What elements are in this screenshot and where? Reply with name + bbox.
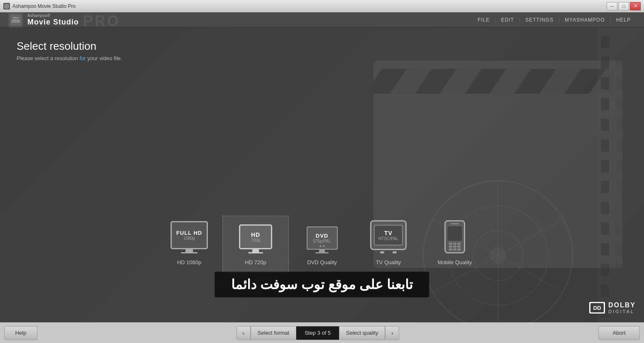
tv-monitor-shape: TV NTSC/PAL <box>370 220 407 250</box>
nav-prev-button[interactable]: ‹ <box>237 326 251 340</box>
logo-icon: PRO <box>8 12 23 27</box>
svg-rect-47 <box>616 202 641 214</box>
tv-resolution-label: TV Quality <box>376 259 401 265</box>
svg-marker-13 <box>515 69 556 94</box>
hd-base <box>248 252 263 253</box>
tv-screen-inner: TV NTSC/PAL <box>374 225 403 246</box>
svg-marker-11 <box>465 69 506 94</box>
menu-settings[interactable]: SETTINGS <box>520 17 559 23</box>
svg-rect-35 <box>601 243 609 255</box>
minimize-button[interactable]: ─ <box>607 2 617 10</box>
fullhd-label-sub: 1080p <box>183 236 195 241</box>
resolution-mobile[interactable]: Mobile Quality <box>422 212 488 272</box>
dvd-resolution-label: DVD Quality <box>307 259 337 265</box>
fullhd-monitor-shape: FULL HD 1080p <box>171 221 208 249</box>
svg-point-20 <box>490 247 506 264</box>
tv-icon: TV NTSC/PAL <box>370 220 407 253</box>
nav-select-quality-button[interactable]: Select quality <box>339 326 385 340</box>
page-title-area: Select resolution Please select a resolu… <box>17 40 122 61</box>
maximize-button[interactable]: □ <box>618 2 629 10</box>
svg-marker-8 <box>390 69 432 94</box>
mobile-keypad <box>449 243 461 251</box>
svg-rect-24 <box>598 27 644 322</box>
menu-myashampoo[interactable]: MYASHAMPOO <box>560 17 610 23</box>
window-controls: ─ □ ✕ <box>607 2 641 10</box>
tv-foot-right <box>393 251 397 253</box>
app-icon <box>3 3 10 10</box>
title-bar: Ashampoo Movie Studio Pro ─ □ ✕ <box>0 0 644 12</box>
dvd-icon: DVD 576p/PAL <box>307 226 338 253</box>
mobile-key-7 <box>449 248 452 251</box>
hd-monitor-shape: HD 720p <box>239 224 272 249</box>
svg-rect-26 <box>601 56 609 69</box>
svg-rect-25 <box>601 36 609 48</box>
fullhd-stand <box>185 249 193 252</box>
menu-bar: PRO Ashampoo® Movie Studio PRO FILE | ED… <box>0 12 644 27</box>
mobile-key-1 <box>449 243 452 245</box>
svg-rect-43 <box>616 119 641 131</box>
menu-items: FILE | EDIT | SETTINGS | MYASHAMPOO | HE… <box>473 17 636 23</box>
mobile-shape <box>444 220 465 253</box>
menu-file[interactable]: FILE <box>473 17 495 23</box>
resolution-hd[interactable]: HD 720p HD 720p <box>222 216 289 272</box>
mobile-key-8 <box>453 248 456 251</box>
help-button[interactable]: Help <box>4 326 37 340</box>
svg-text:DD: DD <box>593 305 601 311</box>
logo-ashampoo: Ashampoo® <box>27 13 79 18</box>
nav-select-format-button[interactable]: Select format <box>251 326 297 340</box>
svg-rect-30 <box>601 139 609 152</box>
bottom-bar: Help ‹ Select format Step 3 of 5 Select … <box>0 322 644 343</box>
dvd-base <box>315 252 329 253</box>
tv-label-sub: NTSC/PAL <box>378 236 398 241</box>
dvd-btn-1 <box>320 245 322 247</box>
hd-label-main: HD <box>251 231 260 238</box>
page-subtitle: Please select a resolution for your vide… <box>17 55 122 61</box>
svg-marker-16 <box>589 69 614 94</box>
logo-area: PRO Ashampoo® Movie Studio <box>8 12 79 27</box>
fullhd-icon: FULL HD 1080p <box>171 221 208 253</box>
svg-rect-40 <box>616 56 641 69</box>
mobile-key-2 <box>453 243 456 245</box>
arabic-watermark: تابعنا على موقع توب سوفت دائما <box>215 272 429 297</box>
svg-rect-46 <box>616 181 641 193</box>
menu-help[interactable]: HELP <box>611 17 636 23</box>
nav-next-button[interactable]: › <box>385 326 399 340</box>
resolution-dvd[interactable]: DVD 576p/PAL DVD Quality <box>289 218 355 272</box>
mobile-screen <box>447 226 463 241</box>
dvd-monitor-shape: DVD 576p/PAL <box>307 226 338 250</box>
hd-label-sub: 720p <box>251 238 260 243</box>
dolby-brand: DOLBY <box>608 302 636 309</box>
svg-rect-37 <box>601 285 609 297</box>
svg-rect-49 <box>616 243 641 255</box>
dvd-label-main: DVD <box>316 233 328 239</box>
hd-stand <box>252 249 259 252</box>
fullhd-label-main: FULL HD <box>176 230 202 236</box>
svg-rect-42 <box>616 98 641 110</box>
fullhd-resolution-label: HD 1080p <box>177 259 202 265</box>
svg-rect-34 <box>601 222 609 235</box>
svg-marker-7 <box>365 69 407 94</box>
mobile-icon <box>444 220 465 253</box>
page-title: Select resolution <box>17 40 122 53</box>
menu-edit[interactable]: EDIT <box>496 17 519 23</box>
nav-step-label: Step 3 of 5 <box>296 326 339 340</box>
svg-rect-29 <box>601 119 609 131</box>
dolby-logo: DD DOLBY DIGITAL <box>589 302 636 314</box>
svg-rect-28 <box>601 98 609 110</box>
abort-button[interactable]: Abort <box>598 326 640 340</box>
hd-resolution-label: HD 720p <box>245 259 266 265</box>
logo-text: Ashampoo® Movie Studio <box>27 13 79 27</box>
resolution-tv[interactable]: TV NTSC/PAL TV Quality <box>355 212 422 272</box>
resolution-fullhd[interactable]: FULL HD 1080p HD 1080p <box>156 212 222 272</box>
svg-rect-27 <box>601 77 609 90</box>
svg-rect-36 <box>601 264 609 276</box>
close-button[interactable]: ✕ <box>630 2 641 10</box>
tv-label-main: TV <box>384 230 393 236</box>
svg-text:PRO: PRO <box>12 17 19 19</box>
hd-icon: HD 720p <box>239 224 272 253</box>
tv-foot-left <box>380 251 384 253</box>
svg-marker-9 <box>415 69 456 94</box>
svg-rect-6 <box>382 69 614 94</box>
svg-rect-48 <box>616 222 641 235</box>
mobile-key-6 <box>457 246 461 248</box>
